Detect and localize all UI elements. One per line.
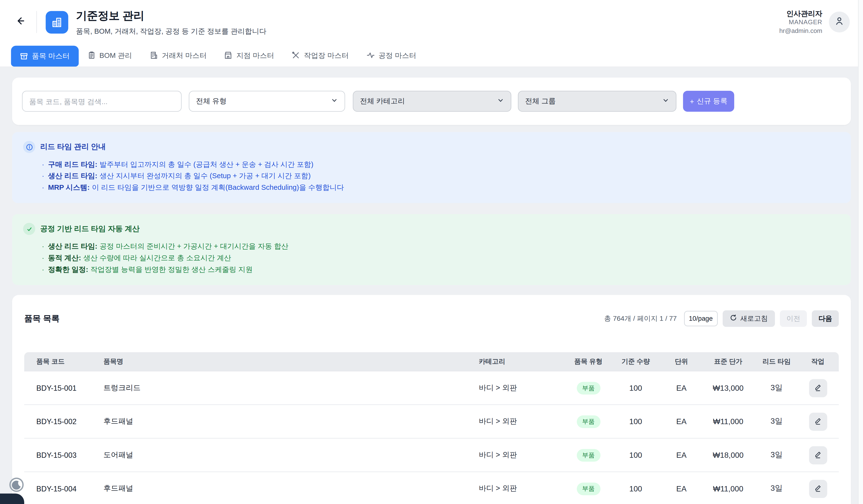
tab-item-master[interactable]: 품목 마스터	[11, 46, 78, 66]
tab-branch-master[interactable]: 지점 마스터	[215, 44, 283, 66]
info-bullet: ·동적 계산:생산 수량에 따라 실시간으로 총 소요시간 계산	[42, 252, 840, 264]
prev-page-button[interactable]: 이전	[780, 310, 807, 327]
new-item-button[interactable]: + 신규 등록	[683, 91, 734, 112]
item-unit: EA	[663, 383, 700, 392]
item-unit: EA	[663, 417, 700, 426]
col-category: 카테고리	[479, 357, 568, 366]
tab-label: 거래처 마스터	[162, 50, 207, 60]
item-name: 후드패널	[103, 417, 479, 427]
tab-vendor-master[interactable]: 거래처 마스터	[141, 44, 215, 66]
check-icon	[23, 223, 35, 235]
bottom-left-panel-corner	[0, 494, 24, 504]
edit-button[interactable]	[809, 480, 827, 498]
tab-bar: 품목 마스터 BOM 관리 거래처 마스터 지점 마스터 작업장 마스터	[0, 44, 863, 67]
back-button[interactable]	[12, 14, 28, 30]
group-select[interactable]: 전체 그룹	[518, 91, 677, 112]
item-unit: EA	[663, 451, 700, 459]
item-category: 바디 > 외판	[479, 484, 568, 494]
table-row: BDY-15-002 후드패널 바디 > 외판 부품 100 EA ₩11,00…	[24, 404, 839, 438]
col-base-qty: 기준 수량	[609, 357, 663, 366]
type-select[interactable]: 전체 유형	[189, 91, 345, 112]
type-select-value: 전체 유형	[196, 96, 226, 106]
pencil-icon	[814, 383, 822, 393]
edit-button[interactable]	[809, 379, 827, 397]
store-icon	[224, 51, 233, 59]
item-lead-time: 3일	[756, 417, 797, 427]
type-badge: 부품	[577, 415, 600, 428]
refresh-button[interactable]: 새로고침	[723, 310, 775, 327]
col-item-code: 품목 코드	[24, 357, 103, 366]
info-box-title: 공정 기반 리드 타임 자동 계산	[40, 224, 140, 234]
info-bullet: ·MRP 시스템:이 리드 타임을 기반으로 역방향 일정 계획(Backwar…	[42, 181, 840, 193]
tab-process-master[interactable]: 공정 마스터	[358, 44, 425, 66]
tab-label: 지점 마스터	[236, 50, 274, 60]
item-qty: 100	[609, 484, 663, 493]
tab-label: 품목 마스터	[32, 51, 70, 61]
table-row: BDY-15-003 도어패널 바디 > 외판 부품 100 EA ₩18,00…	[24, 438, 839, 471]
tab-label: BOM 관리	[100, 50, 132, 60]
item-price: ₩11,000	[700, 417, 756, 426]
tab-bom[interactable]: BOM 관리	[78, 44, 141, 66]
page-size-select[interactable]: 10/page	[684, 311, 718, 326]
item-price: ₩18,000	[700, 451, 756, 459]
top-header: 기준정보 관리 품목, BOM, 거래처, 작업장, 공정 등 기준 정보를 관…	[0, 0, 863, 44]
item-price: ₩11,000	[700, 484, 756, 493]
item-name: 도어패널	[103, 450, 479, 460]
info-box-title: 리드 타임 관리 안내	[40, 142, 106, 152]
tab-workcenter-master[interactable]: 작업장 마스터	[283, 44, 358, 66]
next-page-button[interactable]: 다음	[812, 310, 839, 327]
scrollbar[interactable]	[858, 0, 863, 504]
item-lead-time: 3일	[756, 450, 797, 460]
person-icon	[835, 16, 845, 28]
pencil-icon	[814, 417, 822, 426]
item-lead-time: 3일	[756, 383, 797, 393]
col-item-type: 품목 유형	[568, 357, 609, 366]
list-title: 품목 목록	[24, 313, 60, 324]
category-select[interactable]: 전체 카테고리	[353, 91, 511, 112]
lead-time-info-box: 리드 타임 관리 안내 ·구매 리드 타임:발주부터 입고까지의 총 일수 (공…	[12, 132, 851, 203]
item-qty: 100	[609, 417, 663, 426]
info-bullet: ·정확한 일정:작업장별 능력을 반영한 정밀한 생산 스케줄링 지원	[42, 264, 840, 275]
col-lead-time: 리드 타임	[756, 357, 797, 366]
item-table: 품목 코드 품목명 카테고리 품목 유형 기준 수량 단위 표준 단가 리드 타…	[24, 352, 839, 504]
info-bullet: ·생산 리드 타임:생산 지시부터 완성까지의 총 일수 (Setup + 가공…	[42, 170, 840, 181]
info-bullet: ·구매 리드 타임:발주부터 입고까지의 총 일수 (공급처 생산 + 운송 +…	[42, 159, 840, 170]
item-name: 트렁크리드	[103, 383, 479, 393]
header-divider	[36, 11, 37, 33]
type-badge: 부품	[577, 449, 600, 462]
table-row: BDY-15-004 후드패널 바디 > 외판 부품 100 EA ₩11,00…	[24, 471, 839, 504]
col-std-price: 표준 단가	[700, 357, 756, 366]
item-list-card: 품목 목록 총 764개 / 페이지 1 / 77 10/page 새로고침 이…	[12, 295, 851, 504]
avatar[interactable]	[829, 12, 850, 33]
col-actions: 작업	[797, 357, 839, 366]
clipboard-icon	[87, 51, 96, 59]
dark-mode-toggle[interactable]	[9, 478, 24, 494]
edit-button[interactable]	[809, 446, 827, 464]
user-role: MANAGER	[779, 18, 822, 27]
chevron-down-icon	[331, 97, 338, 105]
item-code: BDY-15-004	[24, 484, 103, 493]
table-row: BDY-15-001 트렁크리드 바디 > 외판 부품 100 EA ₩13,0…	[24, 371, 839, 404]
col-item-name: 품목명	[103, 357, 479, 366]
building-icon	[150, 51, 158, 59]
category-select-value: 전체 카테고리	[360, 96, 405, 106]
item-name: 후드패널	[103, 484, 479, 494]
pencil-icon	[814, 450, 822, 460]
new-item-label: 신규 등록	[697, 96, 727, 106]
auto-calc-info-box: 공정 기반 리드 타임 자동 계산 ·생산 리드 타임:공정 마스터의 준비시간…	[12, 214, 851, 285]
item-category: 바디 > 외판	[479, 383, 568, 393]
user-name: 인사관리자	[779, 9, 822, 18]
plus-icon: +	[690, 97, 694, 105]
chevron-down-icon	[497, 97, 504, 105]
table-header-row: 품목 코드 품목명 카테고리 품목 유형 기준 수량 단위 표준 단가 리드 타…	[24, 352, 839, 371]
pencil-icon	[814, 484, 822, 493]
item-qty: 100	[609, 383, 663, 392]
search-input[interactable]	[22, 91, 182, 112]
main-content: 전체 유형 전체 카테고리 전체 그룹 + 신규 등록	[0, 67, 863, 504]
edit-button[interactable]	[809, 413, 827, 431]
chevron-down-icon	[662, 97, 669, 105]
page-subtitle: 품목, BOM, 거래처, 작업장, 공정 등 기준 정보를 관리합니다	[76, 26, 266, 36]
item-code: BDY-15-003	[24, 451, 103, 459]
info-icon	[23, 141, 35, 153]
user-email: hr@admin.com	[779, 27, 822, 35]
